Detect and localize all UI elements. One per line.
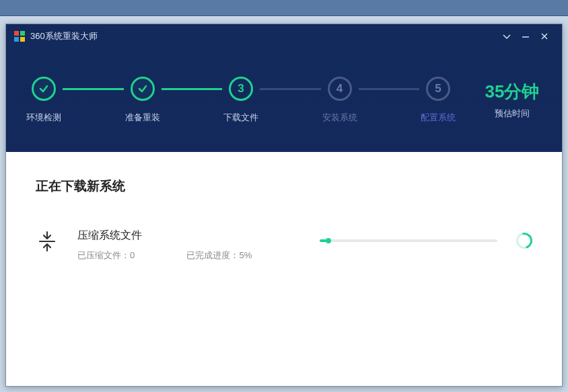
- step-prepare: 准备重装: [121, 77, 164, 124]
- step-connector: [260, 88, 321, 90]
- progress-dot: [326, 238, 331, 243]
- step-install: 4 安装系统: [318, 77, 361, 124]
- dropdown-button[interactable]: [497, 27, 516, 46]
- content-heading: 正在下载新系统: [36, 178, 532, 195]
- svg-rect-2: [14, 37, 19, 42]
- step-label: 配置系统: [421, 112, 456, 124]
- os-titlebar: [0, 0, 568, 16]
- compress-icon: [36, 230, 59, 253]
- checkmark-icon: [131, 77, 155, 101]
- task-stats: 已压缩文件：0 已完成进度：5%: [77, 249, 320, 262]
- window-title: 360系统重装大师: [30, 30, 497, 42]
- app-window: 360系统重装大师 环境检测 准备重装: [5, 24, 563, 387]
- titlebar: 360系统重装大师: [6, 24, 562, 48]
- step-connector: [359, 88, 420, 90]
- step-connector: [63, 88, 124, 90]
- step-label: 下载文件: [223, 112, 258, 124]
- close-button[interactable]: [535, 27, 554, 46]
- progress-label: 已完成进度：: [186, 250, 239, 260]
- compressed-label: 已压缩文件：: [77, 250, 130, 260]
- eta-panel: 35分钟 预估时间: [472, 80, 546, 120]
- minimize-button[interactable]: [516, 27, 535, 46]
- task-info: 压缩系统文件 已压缩文件：0 已完成进度：5%: [77, 229, 320, 262]
- step-label: 准备重装: [125, 112, 160, 124]
- content-area: 正在下载新系统 压缩系统文件 已压缩文件：0 已完成进度：5%: [6, 152, 562, 287]
- step-connector: [162, 88, 223, 90]
- svg-rect-1: [20, 31, 25, 36]
- progress-header: 环境检测 准备重装 3 下载文件 4 安装系统 5 配: [6, 48, 562, 152]
- step-number-icon: 5: [426, 77, 450, 101]
- checkmark-icon: [32, 77, 56, 101]
- step-env-check: 环境检测: [22, 77, 65, 124]
- compressed-value: 0: [130, 250, 135, 260]
- progress-value: 5%: [239, 250, 252, 260]
- eta-time: 35分钟: [478, 80, 546, 104]
- svg-rect-0: [14, 31, 19, 36]
- task-row: 压缩系统文件 已压缩文件：0 已完成进度：5%: [36, 229, 532, 262]
- step-label: 环境检测: [26, 112, 61, 124]
- step-label: 安装系统: [322, 112, 357, 124]
- progress-bar: [320, 239, 497, 242]
- step-number-icon: 3: [229, 77, 253, 101]
- task-title: 压缩系统文件: [77, 229, 320, 243]
- app-logo-icon: [14, 31, 25, 42]
- spinner-icon: [513, 230, 536, 252]
- svg-rect-3: [20, 37, 25, 42]
- step-download: 3 下载文件: [219, 77, 262, 124]
- step-tracker: 环境检测 准备重装 3 下载文件 4 安装系统 5 配: [22, 77, 460, 124]
- step-configure: 5 配置系统: [417, 77, 460, 124]
- eta-label: 预估时间: [478, 108, 546, 120]
- step-number-icon: 4: [328, 77, 352, 101]
- progress-wrap: [320, 229, 532, 249]
